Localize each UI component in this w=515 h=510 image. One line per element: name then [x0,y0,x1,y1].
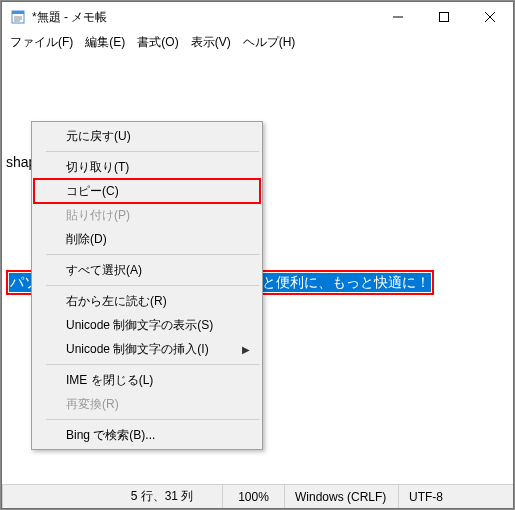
ctx-delete[interactable]: 削除(D) [34,227,260,251]
svg-rect-6 [440,13,449,22]
maximize-button[interactable] [421,2,467,32]
statusbar: 5 行、31 列 100% Windows (CRLF) UTF-8 [2,484,513,508]
menu-view[interactable]: 表示(V) [185,32,237,53]
titlebar: *無題 - メモ帳 [2,2,513,32]
ctx-separator [46,254,259,255]
ctx-select-all[interactable]: すべて選択(A) [34,258,260,282]
notepad-icon [10,9,26,25]
status-eol: Windows (CRLF) [284,485,398,508]
ctx-ucd-show[interactable]: Unicode 制御文字の表示(S) [34,313,260,337]
status-zoom: 100% [222,485,284,508]
svg-rect-1 [12,11,24,14]
menu-help[interactable]: ヘルプ(H) [237,32,302,53]
ctx-separator [46,364,259,365]
ctx-rtl[interactable]: 右から左に読む(R) [34,289,260,313]
ctx-separator [46,285,259,286]
menu-file[interactable]: ファイル(F) [4,32,79,53]
window-title: *無題 - メモ帳 [32,9,375,26]
status-position: 5 行、31 列 [102,485,222,508]
ctx-separator [46,419,259,420]
ctx-paste[interactable]: 貼り付け(P) [34,203,260,227]
ctx-separator [46,151,259,152]
status-encoding: UTF-8 [398,485,513,508]
ctx-ucd-insert[interactable]: Unicode 制御文字の挿入(I)▶ [34,337,260,361]
menubar: ファイル(F) 編集(E) 書式(O) 表示(V) ヘルプ(H) [2,32,513,52]
window-controls [375,2,513,32]
notepad-window: *無題 - メモ帳 ファイル(F) 編集(E) 書式(O) 表示(V) ヘルプ(… [1,1,514,509]
context-menu: 元に戻す(U) 切り取り(T) コピー(C) 貼り付け(P) 削除(D) すべて… [31,121,263,450]
ctx-undo[interactable]: 元に戻す(U) [34,124,260,148]
ctx-bing-search[interactable]: Bing で検索(B)... [34,423,260,447]
minimize-button[interactable] [375,2,421,32]
ctx-reconvert[interactable]: 再変換(R) [34,392,260,416]
ctx-ime-close[interactable]: IME を閉じる(L) [34,368,260,392]
chevron-right-icon: ▶ [242,344,250,355]
menu-format[interactable]: 書式(O) [131,32,184,53]
menu-edit[interactable]: 編集(E) [79,32,131,53]
ctx-cut[interactable]: 切り取り(T) [34,155,260,179]
text-area[interactable]: shaping tomorrow with you パソコンライフを、もっと楽し… [2,52,513,484]
close-button[interactable] [467,2,513,32]
ctx-copy[interactable]: コピー(C) [34,179,260,203]
status-spacer [2,485,102,508]
